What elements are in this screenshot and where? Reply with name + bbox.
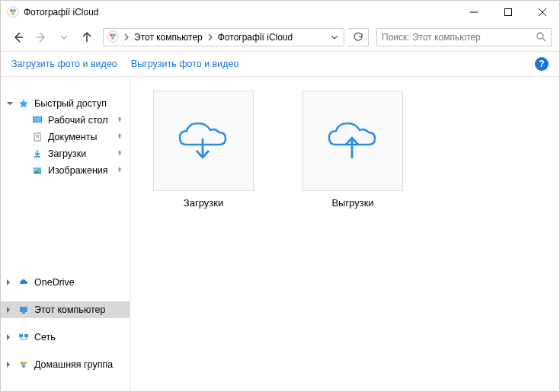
- maximize-button[interactable]: [491, 1, 525, 24]
- star-icon: [18, 97, 30, 110]
- svg-point-34: [24, 362, 27, 365]
- svg-point-14: [113, 33, 116, 37]
- search-box[interactable]: [376, 28, 552, 46]
- pin-icon: [116, 148, 123, 159]
- svg-point-35: [22, 365, 25, 368]
- sidebar-item-onedrive[interactable]: OneDrive: [1, 274, 130, 291]
- sidebar-label: Документы: [48, 132, 97, 142]
- title-bar: Фотографії iCloud: [1, 1, 559, 24]
- content-area: Быстрый доступ Рабочий стол Документы: [1, 77, 559, 391]
- search-icon: [536, 31, 546, 44]
- svg-point-1: [10, 9, 13, 12]
- sidebar-item-quick-access[interactable]: Быстрый доступ: [1, 95, 130, 112]
- folder-label: Загрузки: [184, 197, 223, 209]
- recent-locations-button[interactable]: [54, 27, 74, 47]
- breadcrumb-separator[interactable]: [206, 33, 215, 41]
- back-button[interactable]: [8, 27, 28, 47]
- sidebar-item-network[interactable]: Сеть: [1, 329, 130, 346]
- sidebar-label: Домашняя группа: [34, 359, 113, 370]
- sidebar-label: Загрузки: [48, 148, 86, 159]
- app-icon: [7, 6, 19, 18]
- svg-rect-28: [19, 334, 23, 337]
- sidebar-label: OneDrive: [34, 277, 75, 288]
- command-bar: Загрузить фото и видео Выгрузить фото и …: [1, 51, 559, 77]
- breadcrumb-this-pc[interactable]: Этот компьютер: [131, 29, 206, 46]
- pin-icon: [116, 165, 123, 176]
- sidebar-label: Изображения: [48, 165, 108, 176]
- svg-rect-6: [504, 9, 511, 16]
- sidebar-item-documents[interactable]: Документы: [1, 129, 130, 145]
- sidebar-item-this-pc[interactable]: Этот компьютер: [1, 301, 130, 318]
- folder-thumbnail: [302, 91, 403, 191]
- items-view[interactable]: Загрузки Выгрузки: [130, 77, 559, 391]
- window-controls: [456, 1, 559, 24]
- pictures-icon: [31, 164, 43, 177]
- up-button[interactable]: [77, 27, 97, 47]
- refresh-button[interactable]: [347, 28, 369, 46]
- pin-icon: [116, 115, 123, 126]
- location-icon: [107, 30, 120, 44]
- sidebar-item-downloads[interactable]: Загрузки: [1, 145, 130, 162]
- sidebar-label: Этот компьютер: [34, 304, 105, 315]
- address-history-button[interactable]: [327, 29, 342, 46]
- upload-photos-link[interactable]: Выгрузить фото и видео: [131, 59, 239, 69]
- svg-point-16: [537, 33, 543, 39]
- svg-point-4: [11, 13, 13, 15]
- forward-button[interactable]: [31, 27, 51, 47]
- network-icon: [18, 331, 30, 343]
- address-bar[interactable]: Этот компьютер Фотографії iCloud: [103, 28, 344, 46]
- svg-rect-19: [34, 117, 41, 122]
- svg-point-33: [21, 362, 24, 365]
- svg-point-25: [35, 169, 37, 171]
- svg-rect-27: [22, 312, 25, 314]
- sidebar-label: Быстрый доступ: [34, 98, 107, 109]
- sidebar-item-pictures[interactable]: Изображения: [1, 162, 130, 179]
- svg-point-15: [111, 37, 114, 40]
- search-input[interactable]: [382, 32, 536, 43]
- folder-item-downloads[interactable]: Загрузки: [150, 91, 257, 209]
- help-button[interactable]: ?: [535, 57, 549, 71]
- folder-thumbnail: [153, 91, 254, 191]
- folder-label: Выгрузки: [331, 197, 373, 209]
- minimize-button[interactable]: [456, 1, 491, 24]
- close-button[interactable]: [525, 1, 559, 24]
- svg-point-13: [110, 33, 113, 37]
- downloads-icon: [31, 148, 43, 160]
- this-pc-icon: [18, 304, 30, 316]
- homegroup-icon: [18, 359, 30, 371]
- sidebar-item-homegroup[interactable]: Домашняя группа: [1, 356, 130, 373]
- navigation-bar: Этот компьютер Фотографії iCloud: [1, 24, 559, 51]
- sidebar-label: Сеть: [34, 332, 56, 343]
- folder-item-uploads[interactable]: Выгрузки: [299, 91, 406, 209]
- breadcrumb-icloud-photos[interactable]: Фотографії iCloud: [215, 29, 296, 46]
- documents-icon: [31, 131, 43, 143]
- sidebar-label: Рабочий стол: [48, 115, 107, 126]
- pin-icon: [116, 132, 123, 142]
- sidebar-item-desktop[interactable]: Рабочий стол: [1, 112, 130, 129]
- svg-line-17: [542, 38, 546, 41]
- svg-rect-29: [24, 334, 28, 337]
- window-title: Фотографії iCloud: [24, 7, 456, 18]
- navigation-pane[interactable]: Быстрый доступ Рабочий стол Документы: [1, 77, 130, 391]
- download-photos-link[interactable]: Загрузить фото и видео: [11, 59, 117, 69]
- svg-point-2: [13, 9, 16, 12]
- breadcrumb-separator[interactable]: [122, 33, 131, 41]
- svg-rect-26: [20, 307, 27, 312]
- desktop-icon: [31, 114, 43, 126]
- onedrive-icon: [18, 276, 30, 288]
